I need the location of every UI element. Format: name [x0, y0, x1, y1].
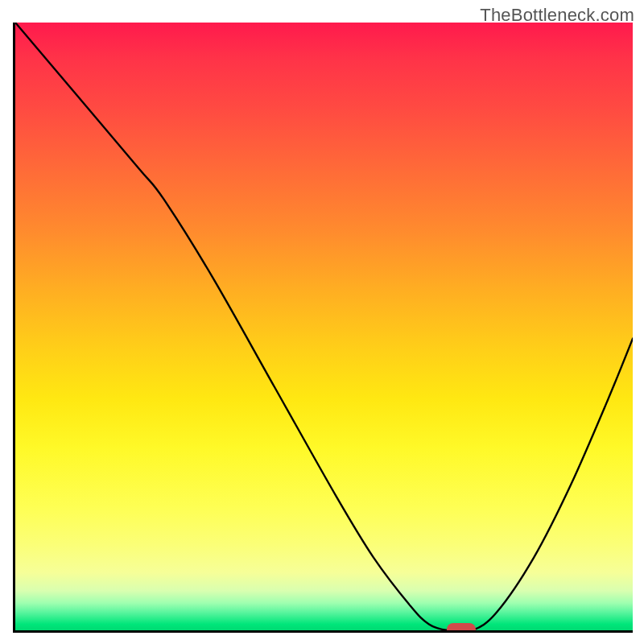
optimal-marker — [447, 623, 476, 633]
watermark-text: TheBottleneck.com — [480, 5, 634, 26]
bottleneck-curve-path — [15, 23, 633, 630]
bottleneck-curve-svg — [15, 23, 633, 630]
chart-plot-area — [13, 23, 633, 633]
